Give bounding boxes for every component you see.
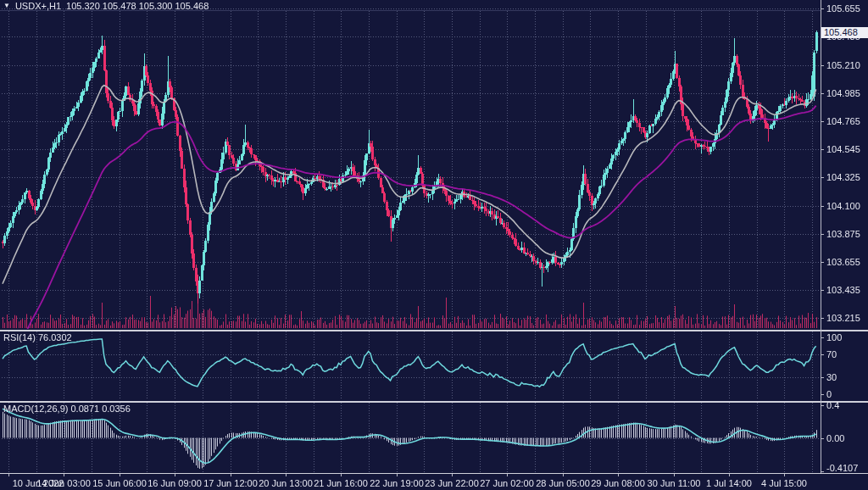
chart-title-bar: ▼ USDX+,H1 105.320 105.478 105.300 105.4… [3,1,209,11]
time-axis-label: 16 Jun 09:00 [147,478,202,488]
rsi-axis-label: 70 [826,349,837,359]
time-axis-label: 14 Jun 03:00 [36,478,91,488]
time-axis-label: 20 Jun 13:00 [259,478,313,488]
panel-resize-handle[interactable] [0,329,868,332]
price-axis-label: 103.655 [826,257,860,267]
macd-axis-label: 0.00 [826,433,844,443]
time-axis-label: 17 Jun 12:00 [203,478,258,488]
chart-canvas[interactable] [0,0,868,490]
price-axis-label: 105.210 [826,60,860,70]
price-axis-label: 104.325 [826,172,860,182]
price-axis-label: 103.215 [826,313,860,323]
symbol-dropdown-icon[interactable]: ▼ [3,1,10,11]
chart-window: ▼ USDX+,H1 105.320 105.478 105.300 105.4… [0,0,868,490]
time-axis-label: 15 Jun 06:00 [92,478,147,488]
macd-indicator-label: MACD(12,26,9) 0.0871 0.0356 [3,404,131,414]
time-axis-label: 29 Jun 08:00 [591,478,645,488]
ohlc-values: 105.320 105.478 105.300 105.468 [66,1,209,11]
time-axis-label: 22 Jun 19:00 [370,478,424,488]
panel-resize-handle[interactable] [0,471,868,475]
time-axis-label: 27 Jun 02:00 [480,478,534,488]
rsi-indicator-label: RSI(14) 76.0302 [3,332,72,342]
price-axis-label: 104.985 [826,88,860,98]
time-axis-label: 28 Jun 05:00 [536,478,590,488]
time-axis[interactable]: 10 Jun 202214 Jun 03:0015 Jun 06:0016 Ju… [0,475,868,490]
symbol-label[interactable]: USDX+,H1 [15,1,61,11]
time-axis-label: 4 Jul 15:00 [761,478,807,488]
panel-resize-handle[interactable] [0,400,868,404]
rsi-axis-label: 30 [826,372,837,382]
rsi-axis-label: 0 [826,389,832,399]
time-axis-label: 21 Jun 16:00 [314,478,368,488]
price-axis-label: 104.765 [826,116,860,126]
price-axis-label: 103.435 [826,285,860,295]
price-axis-label: 105.655 [826,3,860,14]
time-axis-label: 1 Jul 14:00 [706,478,752,488]
current-price-tag: 105.468 [821,27,868,38]
rsi-axis-label: 100 [826,332,842,342]
price-axis-label: 104.100 [826,201,860,211]
price-axis-label: 104.545 [826,144,860,154]
price-axis-label: 103.875 [826,229,860,239]
time-axis-label: 23 Jun 22:00 [425,478,479,488]
time-axis-label: 30 Jun 11:00 [648,478,701,488]
